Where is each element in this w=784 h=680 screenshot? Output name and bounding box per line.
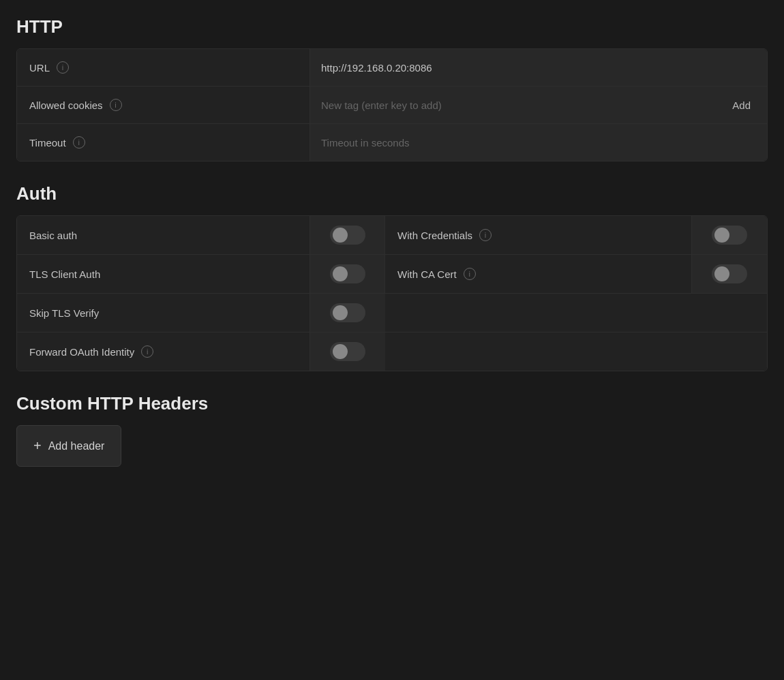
- url-label-cell: URL i: [17, 49, 310, 86]
- timeout-label-cell: Timeout i: [17, 124, 310, 161]
- with-ca-cert-toggle[interactable]: [712, 264, 747, 283]
- skip-tls-verify-toggle-cell: [310, 294, 385, 332]
- tls-client-auth-label: TLS Client Auth: [29, 268, 100, 280]
- allowed-cookies-row: Allowed cookies i Add: [17, 87, 767, 124]
- url-label: URL: [29, 62, 50, 74]
- basic-auth-label-cell: Basic auth: [17, 216, 310, 254]
- with-credentials-label: With Credentials: [397, 230, 472, 241]
- with-ca-cert-label-cell: With CA Cert i: [385, 255, 692, 293]
- with-credentials-toggle[interactable]: [712, 226, 747, 245]
- skip-tls-verify-row: Skip TLS Verify: [17, 294, 767, 333]
- allowed-cookies-info-icon[interactable]: i: [110, 99, 122, 111]
- forward-oauth-label: Forward OAuth Identity: [29, 346, 134, 358]
- custom-headers-title: Custom HTTP Headers: [16, 393, 768, 414]
- allowed-cookies-label-cell: Allowed cookies i: [17, 87, 310, 123]
- add-header-label: Add header: [48, 440, 105, 452]
- forward-oauth-toggle-cell: [310, 333, 385, 371]
- timeout-input[interactable]: [321, 137, 756, 149]
- tls-client-auth-toggle[interactable]: [330, 264, 365, 283]
- url-input[interactable]: [321, 62, 756, 74]
- forward-oauth-spacer: [385, 333, 767, 371]
- timeout-info-icon[interactable]: i: [73, 136, 85, 149]
- http-form-table: URL i Allowed cookies i Add Timeout i: [16, 48, 768, 161]
- skip-tls-verify-spacer: [385, 294, 767, 332]
- with-ca-cert-toggle-cell: [692, 255, 767, 293]
- forward-oauth-label-cell: Forward OAuth Identity i: [17, 333, 310, 371]
- allowed-cookies-add-button[interactable]: Add: [727, 98, 756, 112]
- url-info-icon[interactable]: i: [57, 61, 69, 74]
- add-header-button[interactable]: + Add header: [16, 425, 121, 467]
- with-credentials-toggle-cell: [692, 216, 767, 254]
- timeout-row: Timeout i: [17, 124, 767, 161]
- plus-icon: +: [33, 438, 42, 454]
- allowed-cookies-input[interactable]: [321, 99, 727, 111]
- auth-form-table: Basic auth With Credentials i: [16, 215, 768, 371]
- skip-tls-verify-label-cell: Skip TLS Verify: [17, 294, 310, 332]
- skip-tls-verify-toggle[interactable]: [330, 303, 365, 322]
- basic-auth-toggle[interactable]: [330, 226, 365, 245]
- with-ca-cert-label: With CA Cert: [397, 268, 457, 280]
- tls-client-auth-label-cell: TLS Client Auth: [17, 255, 310, 293]
- allowed-cookies-label: Allowed cookies: [29, 99, 103, 111]
- tls-client-auth-toggle-cell: [310, 255, 385, 293]
- forward-oauth-row: Forward OAuth Identity i: [17, 333, 767, 371]
- tls-client-auth-row: TLS Client Auth With CA Cert i: [17, 255, 767, 294]
- auth-section-title: Auth: [16, 183, 768, 204]
- timeout-value-cell: [310, 124, 767, 161]
- timeout-label: Timeout: [29, 137, 66, 149]
- allowed-cookies-value-cell: Add: [310, 87, 767, 123]
- with-ca-cert-info-icon[interactable]: i: [464, 268, 476, 280]
- forward-oauth-info-icon[interactable]: i: [141, 345, 153, 358]
- with-credentials-info-icon[interactable]: i: [479, 229, 492, 241]
- basic-auth-label: Basic auth: [29, 230, 77, 241]
- url-row: URL i: [17, 49, 767, 87]
- custom-headers-section: Custom HTTP Headers + Add header: [16, 393, 768, 467]
- basic-auth-toggle-cell: [310, 216, 385, 254]
- forward-oauth-toggle[interactable]: [330, 342, 365, 361]
- http-section-title: HTTP: [16, 16, 768, 37]
- basic-auth-row: Basic auth With Credentials i: [17, 216, 767, 255]
- url-value-cell: [310, 49, 767, 86]
- with-credentials-label-cell: With Credentials i: [385, 216, 692, 254]
- skip-tls-verify-label: Skip TLS Verify: [29, 307, 99, 319]
